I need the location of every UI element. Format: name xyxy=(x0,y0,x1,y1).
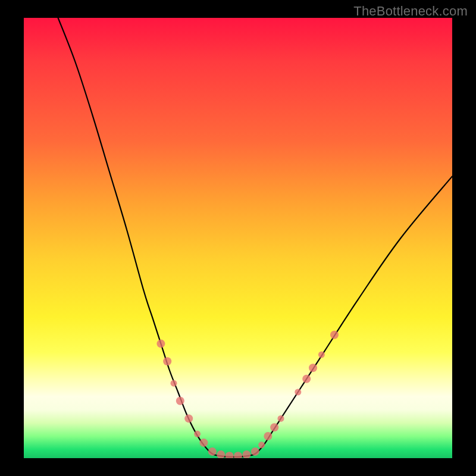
data-marker xyxy=(264,432,272,440)
data-marker xyxy=(318,352,325,358)
data-marker xyxy=(176,397,184,405)
chart-frame: TheBottleneck.com xyxy=(0,0,476,476)
data-marker xyxy=(278,415,284,422)
marker-group xyxy=(156,331,339,458)
data-marker xyxy=(302,375,311,383)
bottleneck-curve xyxy=(58,18,452,457)
data-marker xyxy=(184,414,193,422)
data-marker xyxy=(156,340,165,348)
watermark-text: TheBottleneck.com xyxy=(353,4,468,19)
data-marker xyxy=(295,389,301,396)
data-marker xyxy=(163,357,171,365)
data-marker xyxy=(199,439,208,447)
chart-svg xyxy=(24,18,452,458)
data-marker xyxy=(208,447,217,456)
data-marker xyxy=(226,452,234,458)
data-marker xyxy=(234,452,242,458)
data-marker xyxy=(258,441,265,448)
data-marker xyxy=(270,423,278,431)
plot-area xyxy=(24,18,452,458)
data-marker xyxy=(217,450,225,458)
data-marker xyxy=(330,331,339,339)
data-marker xyxy=(251,447,259,456)
data-marker xyxy=(171,380,177,387)
data-marker xyxy=(242,450,250,458)
data-marker xyxy=(309,364,317,372)
data-marker xyxy=(194,431,201,437)
